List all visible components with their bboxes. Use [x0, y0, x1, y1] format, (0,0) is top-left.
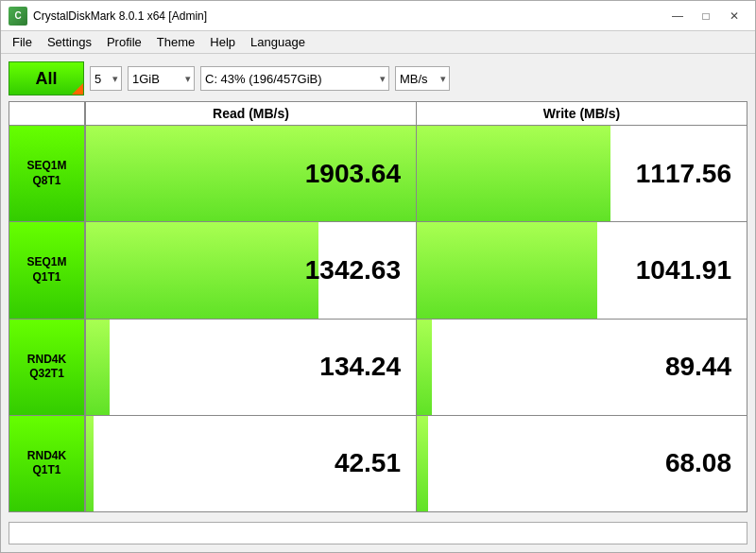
menu-language[interactable]: Language — [243, 33, 313, 51]
write-bar-3 — [417, 416, 428, 511]
drive-select[interactable]: C: 43% (196/457GiB) — [200, 66, 389, 91]
close-button[interactable]: ✕ — [721, 6, 747, 26]
title-bar: C CrystalDiskMark 8.0.1 x64 [Admin] — □ … — [1, 1, 755, 31]
write-bar-1 — [417, 222, 597, 318]
row-label-rnd4k-q1t1: RND4K Q1T1 — [9, 416, 85, 511]
main-window: C CrystalDiskMark 8.0.1 x64 [Admin] — □ … — [0, 0, 756, 553]
read-value-2: 134.24 — [319, 352, 401, 382]
write-cell-0: 1117.56 — [416, 126, 747, 221]
read-bar-3 — [86, 416, 94, 511]
read-value-0: 1903.64 — [305, 159, 401, 189]
status-bar — [9, 522, 747, 544]
read-cell-2: 134.24 — [85, 320, 416, 415]
row-label-rnd4k-q32t1: RND4K Q32T1 — [9, 320, 85, 415]
menu-theme[interactable]: Theme — [149, 33, 202, 51]
menu-help[interactable]: Help — [202, 33, 243, 51]
count-select-wrapper: 1 3 5 9 — [90, 66, 122, 91]
drive-select-wrapper: C: 43% (196/457GiB) — [200, 66, 389, 91]
count-select[interactable]: 1 3 5 9 — [90, 66, 122, 91]
menu-profile[interactable]: Profile — [99, 33, 149, 51]
table-row: SEQ1M Q1T1 1342.63 1041.91 — [9, 222, 747, 319]
menu-file[interactable]: File — [5, 33, 40, 51]
menu-settings[interactable]: Settings — [40, 33, 99, 51]
row-label-seq1m-q8t1: SEQ1M Q8T1 — [9, 126, 85, 221]
write-header: Write (MB/s) — [416, 102, 747, 125]
read-cell-1: 1342.63 — [85, 222, 416, 318]
table-rows: SEQ1M Q8T1 1903.64 1117.56 — [9, 126, 747, 511]
table-row: SEQ1M Q8T1 1903.64 1117.56 — [9, 126, 747, 222]
size-select-wrapper: 512MiB 1GiB 2GiB 4GiB — [128, 66, 195, 91]
write-value-1: 1041.91 — [636, 255, 731, 285]
table-row: RND4K Q1T1 42.51 68.08 — [9, 416, 747, 511]
write-cell-2: 89.44 — [416, 320, 747, 415]
write-value-3: 68.08 — [665, 448, 731, 478]
read-value-3: 42.51 — [335, 448, 401, 478]
write-value-2: 89.44 — [665, 352, 731, 382]
write-value-0: 1117.56 — [636, 159, 731, 189]
read-cell-0: 1903.64 — [85, 126, 416, 221]
all-button[interactable]: All — [9, 61, 84, 95]
table-row: RND4K Q32T1 134.24 89.44 — [9, 320, 747, 416]
size-select[interactable]: 512MiB 1GiB 2GiB 4GiB — [128, 66, 195, 91]
read-bar-2 — [86, 320, 110, 415]
controls-row: All 1 3 5 9 512MiB 1GiB 2GiB 4GiB — [9, 61, 747, 95]
read-bar-1 — [86, 222, 318, 318]
unit-select[interactable]: MB/s GB/s IOPS μs — [395, 66, 450, 91]
restore-button[interactable]: □ — [693, 6, 719, 26]
write-bar-0 — [417, 126, 610, 221]
write-bar-2 — [417, 320, 432, 415]
window-controls: — □ ✕ — [664, 6, 747, 26]
read-cell-3: 42.51 — [85, 416, 416, 511]
write-cell-1: 1041.91 — [416, 222, 747, 318]
main-content: All 1 3 5 9 512MiB 1GiB 2GiB 4GiB — [1, 54, 755, 552]
write-cell-3: 68.08 — [416, 416, 747, 511]
menu-bar: File Settings Profile Theme Help Languag… — [1, 31, 755, 54]
row-label-seq1m-q1t1: SEQ1M Q1T1 — [9, 222, 85, 318]
window-title: CrystalDiskMark 8.0.1 x64 [Admin] — [33, 9, 664, 23]
read-header: Read (MB/s) — [85, 102, 416, 125]
benchmark-table: Read (MB/s) Write (MB/s) SEQ1M Q8T1 190 — [9, 101, 747, 512]
read-value-1: 1342.63 — [305, 255, 401, 285]
minimize-button[interactable]: — — [664, 6, 691, 26]
table-header: Read (MB/s) Write (MB/s) — [9, 102, 747, 126]
unit-select-wrapper: MB/s GB/s IOPS μs — [395, 66, 450, 91]
app-icon: C — [9, 7, 27, 26]
